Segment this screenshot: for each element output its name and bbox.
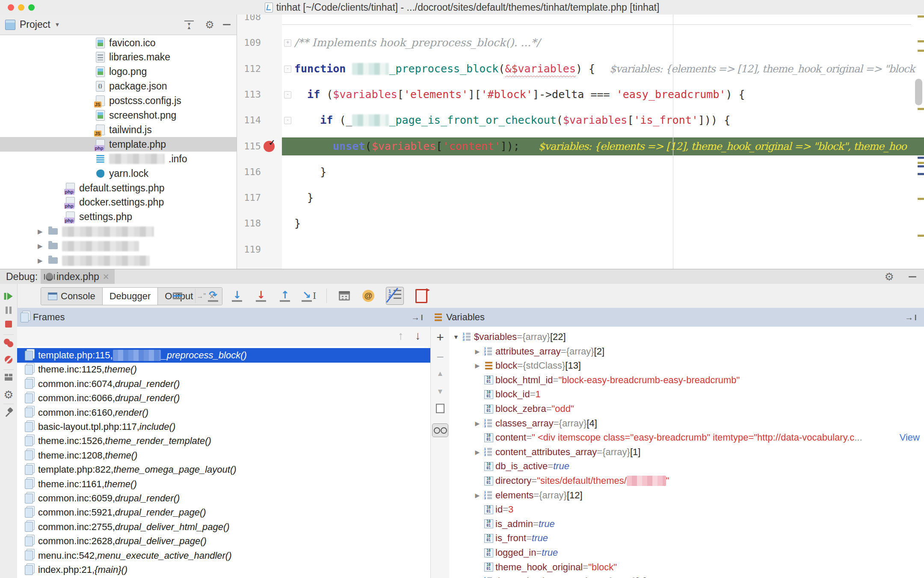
code-text[interactable]: if ($variables['elements']['#block']->de… — [294, 86, 924, 104]
code-text[interactable]: function _preprocess_block(&$variables) … — [294, 60, 924, 78]
collapse-all-button[interactable]: ▼▲ — [183, 15, 195, 35]
sidebar-item-favicon.ico[interactable]: favicon.ico — [0, 36, 237, 50]
stack-frame-row[interactable]: index.php:21, {main}() — [17, 563, 430, 577]
mute-breakpoints-button[interactable] — [0, 356, 17, 363]
code-text[interactable]: } — [294, 189, 924, 207]
stack-frame-row[interactable]: theme.inc:1526, theme_render_template() — [17, 434, 430, 448]
remove-watch-minus-button[interactable]: − — [431, 350, 450, 364]
variable-row-block_zebra[interactable]: 1001block_zebra = "odd" — [449, 402, 924, 416]
sidebar-item-yarn.lock[interactable]: yarn.lock — [0, 166, 237, 181]
step-over-button[interactable]: ↷ — [207, 289, 219, 302]
chevron-down-icon[interactable]: ▼ — [55, 21, 60, 28]
expand-icon[interactable]: ▶ — [473, 492, 482, 499]
stop-button[interactable] — [0, 321, 17, 328]
show-execution-point-button[interactable] — [171, 289, 184, 302]
sidebar-item-.info[interactable]: .info — [0, 152, 237, 166]
sidebar-item-screenshot.png[interactable]: screenshot.png — [0, 108, 237, 123]
variable-row-elements[interactable]: ▶123elements = {array} [12] — [449, 488, 924, 503]
stack-frame-row[interactable]: theme.inc:1161, theme() — [17, 477, 430, 492]
code-editor[interactable]: 108109+/** Implements hook_preprocess_bl… — [237, 15, 924, 269]
code-line-115[interactable]: 115 unset($variables['content']);$variab… — [237, 137, 924, 155]
duplicate-watch-button[interactable] — [431, 404, 450, 413]
fold-marker[interactable]: - — [284, 117, 291, 124]
variable-row-content_attributes_array[interactable]: ▶123content_attributes_array = {array} [… — [449, 445, 924, 459]
pause-button[interactable] — [0, 307, 17, 316]
sidebar-item-settings.php[interactable]: phpsettings.php — [0, 210, 237, 224]
hide-panel-button[interactable] — [220, 15, 233, 35]
stack-frame-row[interactable]: common.inc:2755, drupal_deliver_html_pag… — [17, 520, 430, 534]
sidebar-item-folder[interactable]: ▶ — [0, 224, 237, 239]
code-line-114[interactable]: 114- if (__page_is_front_or_checkout($va… — [237, 111, 924, 129]
show-watches-goggles-button[interactable] — [431, 423, 450, 437]
chevron-right-icon[interactable]: ▶ — [38, 242, 43, 250]
code-text[interactable]: if (__page_is_front_or_checkout($variabl… — [294, 111, 924, 129]
code-text[interactable]: /** Implements hook_preprocess_block(). … — [294, 34, 924, 52]
variable-row-block_html_id[interactable]: 1001block_html_id = "block-easy-breadcru… — [449, 373, 924, 387]
variable-row-is_front[interactable]: 1001is_front = true — [449, 531, 924, 545]
variable-row-content[interactable]: 1001content = " <div itemscope class="ea… — [449, 430, 924, 445]
step-out-button[interactable]: ↑ — [278, 289, 291, 302]
stack-frame-row[interactable]: common.inc:2628, drupal_deliver_page() — [17, 534, 430, 548]
previous-frame-button[interactable]: ↑ — [398, 329, 404, 343]
toggle-inline-values-button[interactable]: 12 — [386, 289, 404, 302]
variable-row-block_id[interactable]: 1001block_id = 1 — [449, 387, 924, 402]
stack-frame-row[interactable]: common.inc:6066, drupal_render() — [17, 391, 430, 405]
stack-frame-row[interactable]: template.php:115, _preprocess_block() — [17, 348, 430, 363]
expand-icon[interactable]: ▶ — [473, 449, 482, 456]
settings-gear-button[interactable]: ⚙ — [0, 388, 17, 402]
step-into-button[interactable]: ↓ — [231, 289, 243, 302]
code-line-117[interactable]: 117 } — [237, 189, 924, 207]
pin-tab-button[interactable] — [0, 408, 17, 416]
sidebar-item-postcss.config.js[interactable]: JSpostcss.config.js — [0, 94, 237, 108]
debug-session-tab[interactable]: index.php ✕ — [41, 269, 115, 284]
code-line-109[interactable]: 109+/** Implements hook_preprocess_block… — [237, 34, 924, 52]
project-settings-button[interactable]: ⚙ — [203, 15, 216, 35]
error-stripe-mark[interactable] — [918, 157, 924, 159]
breakpoint-icon[interactable] — [264, 141, 275, 152]
fold-marker[interactable]: + — [284, 39, 291, 47]
fold-marker[interactable]: - — [284, 91, 291, 98]
variable-row-variables[interactable]: ▼123$variables = {array} [22] — [449, 330, 924, 344]
variable-row-id[interactable]: 1001id = 3 — [449, 502, 924, 517]
code-line-112[interactable]: 112-function _preprocess_block(&$variabl… — [237, 60, 924, 78]
sidebar-item-tailwind.js[interactable]: JStailwind.js — [0, 122, 237, 137]
variable-row-classes_array[interactable]: ▶123classes_array = {array} [4] — [449, 416, 924, 431]
evaluate-expression-button[interactable] — [338, 289, 351, 302]
code-line-113[interactable]: 113- if ($variables['elements']['#block'… — [237, 86, 924, 104]
code-line-116[interactable]: 116 } — [237, 163, 924, 181]
variable-row-theme_hook_suggestions[interactable]: ▶123theme_hook_suggestions = {array} [2] — [449, 574, 924, 578]
sidebar-item-docker.settings.php[interactable]: phpdocker.settings.php — [0, 195, 237, 210]
variable-row-directory[interactable]: 1001directory = "sites/default/themes/" — [449, 474, 924, 488]
expand-icon[interactable]: ▶ — [473, 362, 482, 369]
sidebar-item-folder[interactable]: ▶ — [0, 239, 237, 253]
run-to-cursor-button[interactable]: ↘ — [302, 289, 315, 302]
stack-frame-row[interactable]: common.inc:5921, drupal_render_page() — [17, 505, 430, 520]
stack-frame-row[interactable]: basic-layout.tpl.php:117, include() — [17, 420, 430, 434]
move-up-button[interactable]: ▲ — [431, 369, 450, 378]
move-down-button[interactable]: ▼ — [431, 387, 450, 396]
variable-row-theme_hook_original[interactable]: 1001theme_hook_original = "block" — [449, 560, 924, 575]
variable-row-logged_in[interactable]: 1001logged_in = true — [449, 545, 924, 560]
stack-frame-row[interactable]: common.inc:6160, render() — [17, 405, 430, 420]
restore-frames-view-icon[interactable]: → — [411, 313, 424, 322]
sidebar-item-package.json[interactable]: {}package.json — [0, 79, 237, 94]
next-frame-button[interactable]: ↓ — [415, 329, 421, 343]
force-step-into-button[interactable]: ↓ — [255, 289, 267, 302]
variable-row-is_admin[interactable]: 1001is_admin = true — [449, 517, 924, 531]
code-text[interactable]: } — [294, 215, 924, 232]
code-line-108[interactable]: 108 — [237, 15, 924, 26]
expand-icon[interactable]: ▶ — [473, 420, 482, 427]
add-watch-plus-button[interactable]: + — [431, 330, 450, 345]
sidebar-item-libraries.make[interactable]: libraries.make — [0, 50, 237, 65]
sidebar-item-logo.png[interactable]: logo.png — [0, 65, 237, 79]
expand-icon[interactable]: ▶ — [473, 348, 482, 355]
stack-frame-row[interactable]: theme.inc:1125, theme() — [17, 362, 430, 377]
variable-row-attributes_array[interactable]: ▶123attributes_array = {array} [2] — [449, 344, 924, 359]
code-text[interactable] — [294, 241, 924, 259]
error-stripe-mark[interactable] — [918, 108, 924, 110]
chevron-right-icon[interactable]: ▶ — [38, 257, 43, 265]
sidebar-item-default.settings.php[interactable]: phpdefault.settings.php — [0, 181, 237, 195]
error-stripe-mark[interactable] — [918, 235, 924, 237]
stack-frame-row[interactable]: common.inc:6074, drupal_render() — [17, 377, 430, 391]
code-text[interactable] — [294, 15, 924, 26]
